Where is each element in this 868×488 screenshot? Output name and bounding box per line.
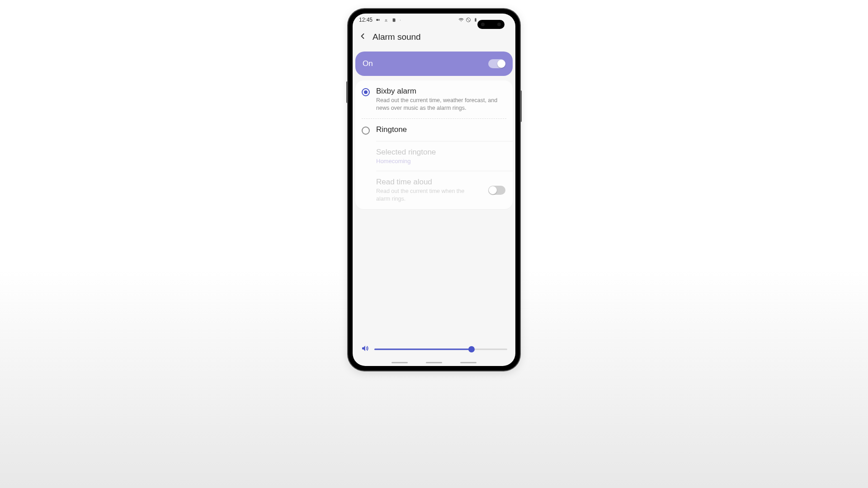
wifi-icon (458, 17, 464, 23)
phone-screen: 12:45 · (353, 14, 515, 366)
sd-card-icon (392, 17, 397, 23)
option-title: Ringtone (376, 125, 505, 134)
svg-rect-5 (475, 18, 476, 19)
slider-thumb[interactable] (468, 346, 475, 352)
status-time: 12:45 (359, 17, 373, 23)
option-bixby-alarm[interactable]: Bixby alarm Read out the current time, w… (355, 80, 513, 118)
options-card: Bixby alarm Read out the current time, w… (355, 80, 513, 209)
option-ringtone[interactable]: Ringtone (355, 119, 513, 141)
radio-bixby-alarm[interactable] (362, 88, 370, 96)
camera-cutout (477, 20, 505, 29)
power-button (520, 90, 522, 122)
selected-ringtone-value: Homecoming (376, 158, 505, 164)
master-toggle-label: On (363, 59, 373, 68)
back-button[interactable] (358, 32, 367, 42)
volume-slider[interactable] (374, 345, 507, 354)
selected-ringtone-row: Selected ringtone Homecoming (355, 141, 513, 171)
video-record-icon (375, 17, 381, 23)
slider-fill (374, 349, 472, 350)
more-notifications-dot: · (400, 18, 401, 23)
page-title: Alarm sound (373, 32, 421, 42)
svg-rect-1 (385, 21, 387, 22)
phone-frame: 12:45 · (348, 9, 520, 371)
option-title: Bixby alarm (376, 87, 505, 96)
selected-ringtone-label: Selected ringtone (376, 148, 505, 157)
volume-rocker (346, 81, 348, 103)
master-toggle-switch[interactable] (488, 59, 505, 68)
read-time-title: Read time aloud (376, 178, 478, 187)
read-time-subtitle: Read out the current time when the alarm… (376, 188, 478, 203)
read-time-aloud-row: Read time aloud Read out the current tim… (355, 171, 513, 209)
download-icon (383, 17, 389, 23)
master-toggle-row[interactable]: On (355, 52, 513, 76)
volume-row (353, 340, 515, 361)
gesture-nav-bar (353, 361, 515, 366)
svg-rect-0 (376, 19, 378, 21)
svg-line-3 (467, 19, 470, 21)
read-time-toggle (488, 186, 505, 195)
app-header: Alarm sound (353, 26, 515, 48)
battery-icon (473, 17, 478, 23)
do-not-disturb-icon (466, 17, 471, 23)
volume-icon (361, 344, 369, 354)
svg-rect-4 (475, 19, 476, 22)
radio-ringtone[interactable] (362, 127, 370, 135)
option-subtitle: Read out the current time, weather forec… (376, 97, 505, 112)
